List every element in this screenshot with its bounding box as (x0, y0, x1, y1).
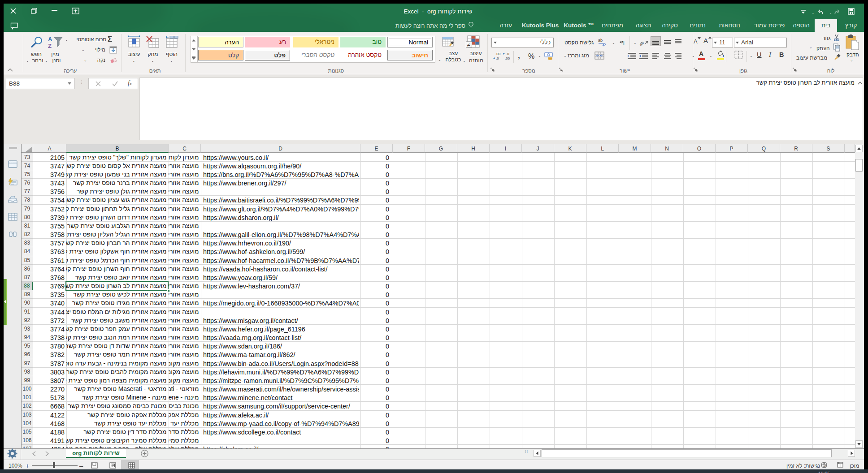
svg-text:ab: ab (598, 38, 603, 43)
svg-text:.00: .00 (505, 56, 510, 60)
svg-text:.0: .0 (496, 56, 499, 60)
svg-text:?: ? (825, 464, 827, 469)
svg-text:.0: .0 (506, 52, 509, 56)
svg-text:ab: ab (638, 40, 645, 47)
svg-text:≠: ≠ (467, 42, 470, 48)
svg-text:Z: Z (48, 43, 52, 49)
svg-text:.00: .00 (495, 52, 501, 56)
svg-text:¶: ¶ (622, 40, 625, 45)
svg-text:A: A (48, 36, 52, 43)
